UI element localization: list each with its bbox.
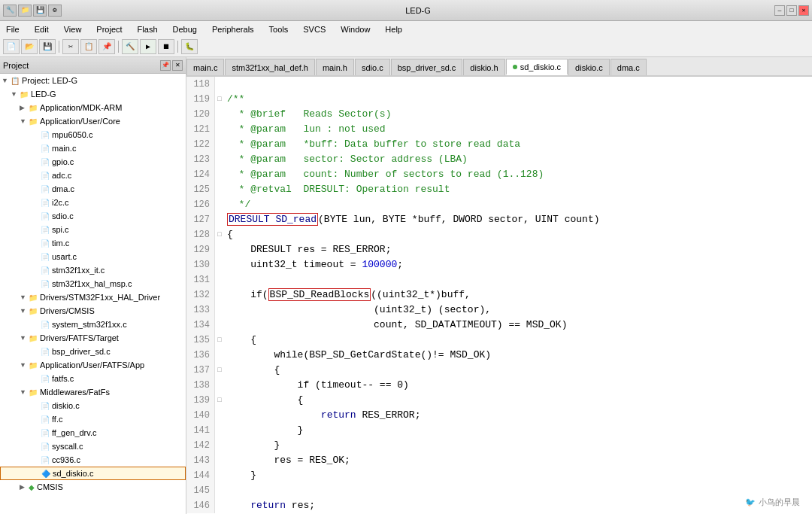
tree-item-syscall[interactable]: 📄 syscall.c [0, 439, 186, 453]
tab-main-h[interactable]: main.h [316, 59, 354, 75]
debug-button[interactable]: 🐛 [181, 39, 198, 54]
toolbar-icon-3[interactable]: ⚙ [48, 5, 62, 17]
tree-item-adc[interactable]: 📄 adc.c [0, 169, 186, 182]
tree-label-dma: dma.c [52, 184, 74, 193]
new-file-button[interactable]: 📄 [3, 39, 20, 54]
tree-item-hal-driver[interactable]: ▼ 📁 Drivers/STM32F1xx_HAL_Driver [0, 290, 186, 304]
tree-label-user-core: Application/User/Core [40, 117, 120, 126]
tree-item-ff-gen[interactable]: 📄 ff_gen_drv.c [0, 426, 186, 439]
menu-flash[interactable]: Flash [135, 23, 161, 35]
tree-item-mpu6050[interactable]: 📄 mpu6050.c [0, 128, 186, 141]
menu-file[interactable]: File [3, 23, 23, 35]
main-layout: File Edit View Project Flash Debug Perip… [0, 21, 812, 514]
tree-item-user-core[interactable]: ▼ 📁 Application/User/Core [0, 114, 186, 128]
paste-button[interactable]: 📌 [98, 39, 115, 54]
tree-item-dma[interactable]: 📄 dma.c [0, 182, 186, 196]
tree-item-project-root[interactable]: ▼ 📋 Project: LED-G [0, 74, 186, 87]
tree-icon-file-adc: 📄 [41, 172, 50, 180]
line-fold-128[interactable]: □ [215, 227, 224, 242]
menu-project[interactable]: Project [93, 23, 125, 35]
tree-item-bsp-driver[interactable]: 📄 bsp_driver_sd.c [0, 345, 186, 358]
tree-item-usart[interactable]: 📄 usart.c [0, 250, 186, 263]
tab-hal-def[interactable]: stm32f1xx_hal_def.h [225, 59, 315, 75]
menu-svcs[interactable]: SVCS [300, 23, 329, 35]
tree-item-msp[interactable]: 📄 stm32f1xx_hal_msp.c [0, 277, 186, 290]
copy-button[interactable]: 📋 [80, 39, 97, 54]
line-code-128: { [224, 227, 812, 242]
line-fold-119[interactable]: □ [215, 92, 224, 107]
tree-item-tim[interactable]: 📄 tim.c [0, 236, 186, 250]
tree-item-fatfs-app[interactable]: ▼ 📁 Application/User/FATFS/App [0, 358, 186, 372]
menu-tools[interactable]: Tools [266, 23, 292, 35]
tree-icon-folder-mdk: 📁 [29, 104, 38, 112]
tree-label-fatfs-target: Drivers/FATFS/Target [40, 333, 119, 342]
toolbar-icon-1[interactable]: 📁 [18, 5, 32, 17]
tree-label-cmsis: Drivers/CMSIS [40, 306, 95, 315]
tree-label-system: system_stm32f1xx.c [52, 320, 127, 329]
maximize-button[interactable]: □ [786, 5, 797, 16]
save-button[interactable]: 💾 [39, 39, 56, 54]
tab-sdio-c[interactable]: sdio.c [355, 59, 390, 75]
tab-main-c[interactable]: main.c [186, 59, 224, 75]
tree-icon-file-ff: 📄 [41, 415, 50, 424]
tree-arrow: ▼ [2, 77, 11, 84]
stop-button[interactable]: ⏹ [158, 39, 174, 54]
tab-sd-diskio-c[interactable]: sd_diskio.c [506, 59, 568, 75]
tree-item-middlewares[interactable]: ▼ 📁 Middlewares/FatFs [0, 385, 186, 399]
close-button[interactable]: ✕ [798, 5, 809, 16]
run-button[interactable]: ▶ [140, 39, 156, 54]
tree-item-led-g[interactable]: ▼ 📁 LED-G [0, 87, 186, 101]
tree-item-it[interactable]: 📄 stm32f1xx_it.c [0, 263, 186, 277]
tree-item-cmsis-bottom[interactable]: ▶ ◆ CMSIS [0, 480, 186, 494]
tab-label-bsp-driver: bsp_driver_sd.c [398, 63, 456, 72]
menu-debug[interactable]: Debug [170, 23, 200, 35]
tree-item-sdio[interactable]: 📄 sdio.c [0, 209, 186, 223]
tab-label-main-h: main.h [323, 63, 347, 72]
tree-item-main[interactable]: 📄 main.c [0, 141, 186, 155]
line-num-125: 125 [186, 182, 215, 197]
tree-item-diskio[interactable]: 📄 diskio.c [0, 399, 186, 412]
menu-help[interactable]: Help [382, 23, 405, 35]
code-editor[interactable]: 118 119 □ /** 120 * @brief Reads Sector(… [186, 77, 812, 514]
menu-window[interactable]: Window [338, 23, 373, 35]
minimize-button[interactable]: — [774, 5, 785, 16]
tree-item-cmsis[interactable]: ▼ 📁 Drivers/CMSIS [0, 304, 186, 318]
tab-dma-c[interactable]: dma.c [611, 59, 647, 75]
line-fold-139[interactable]: □ [215, 393, 224, 408]
line-num-144: 144 [186, 468, 215, 483]
sidebar-close-button[interactable]: ✕ [172, 60, 183, 71]
tab-diskio-c[interactable]: diskio.c [568, 59, 610, 75]
line-num-138: 138 [186, 378, 215, 393]
code-line-144: 144 } [186, 468, 812, 483]
line-num-119: 119 [186, 92, 215, 107]
line-fold-137[interactable]: □ [215, 363, 224, 378]
tree-item-i2c[interactable]: 📄 i2c.c [0, 196, 186, 209]
tree-arrow-led: ▼ [11, 90, 20, 98]
build-button[interactable]: 🔨 [122, 39, 138, 54]
open-file-button[interactable]: 📂 [21, 39, 38, 54]
content-area: Project 📌 ✕ ▼ 📋 Project: LED-G ▼ 📁 LED [0, 57, 812, 514]
code-line-134: 134 count, SD_DATATIMEOUT) == MSD_OK) [186, 318, 812, 333]
sidebar-pin-button[interactable]: 📌 [160, 60, 171, 71]
cut-button[interactable]: ✂ [62, 39, 79, 54]
menu-peripherals[interactable]: Peripherals [209, 23, 257, 35]
tab-bsp-driver[interactable]: bsp_driver_sd.c [391, 59, 463, 75]
line-code-126: */ [224, 197, 812, 212]
line-code-124: * @param count: Number of sectors to rea… [224, 167, 812, 182]
tree-item-mdk-arm[interactable]: ▶ 📁 Application/MDK-ARM [0, 101, 186, 114]
tree-item-ff[interactable]: 📄 ff.c [0, 412, 186, 426]
tree-label-syscall: syscall.c [52, 442, 83, 451]
tree-item-cc936[interactable]: 📄 cc936.c [0, 453, 186, 467]
toolbar-icon-2[interactable]: 💾 [33, 5, 47, 17]
tree-item-gpio[interactable]: 📄 gpio.c [0, 155, 186, 169]
menu-edit[interactable]: Edit [32, 23, 52, 35]
tree-item-sd-diskio[interactable]: 🔷 sd_diskio.c [0, 467, 186, 480]
line-fold-135[interactable]: □ [215, 333, 224, 348]
menu-view[interactable]: View [61, 23, 85, 35]
tab-diskio-h[interactable]: diskio.h [463, 59, 504, 75]
tree-item-fatfs-target[interactable]: ▼ 📁 Drivers/FATFS/Target [0, 331, 186, 345]
tree-item-system[interactable]: 📄 system_stm32f1xx.c [0, 318, 186, 331]
tree-item-fatfs[interactable]: 📄 fatfs.c [0, 372, 186, 385]
line-code-121: * @param lun : not used [224, 122, 812, 137]
tree-item-spi[interactable]: 📄 spi.c [0, 223, 186, 236]
